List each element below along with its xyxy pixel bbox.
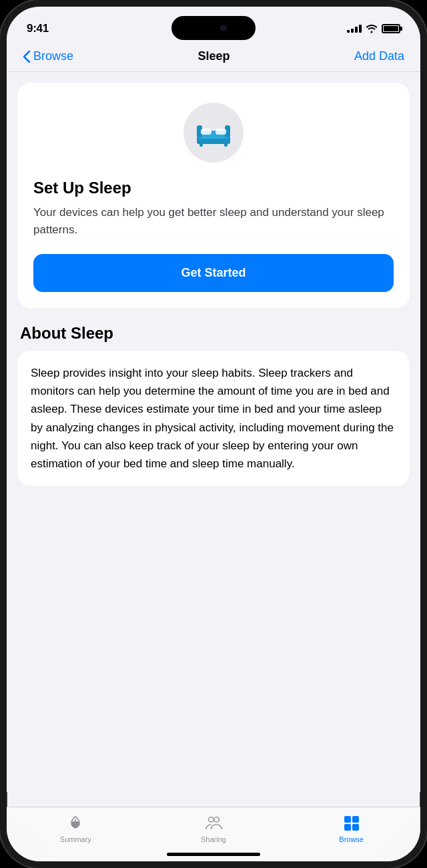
- home-indicator: [167, 853, 260, 856]
- sleep-icon-container: [183, 103, 244, 163]
- bed-icon: [194, 117, 233, 148]
- svg-point-9: [214, 817, 219, 822]
- about-body: Sleep provides insight into your sleep h…: [31, 364, 396, 473]
- svg-rect-12: [344, 824, 351, 831]
- tab-sharing[interactable]: Sharing: [187, 814, 240, 843]
- svg-rect-10: [344, 816, 351, 823]
- battery-icon: [382, 24, 400, 33]
- main-content: Set Up Sleep Your devices can help you g…: [7, 72, 420, 792]
- svg-rect-5: [216, 129, 226, 135]
- tab-summary[interactable]: Summary: [49, 814, 102, 843]
- svg-rect-13: [352, 824, 359, 831]
- setup-card: Set Up Sleep Your devices can help you g…: [17, 83, 410, 308]
- signal-icon: [347, 25, 362, 33]
- about-title: About Sleep: [17, 324, 410, 343]
- sharing-label: Sharing: [201, 835, 226, 843]
- status-icons: [347, 24, 400, 33]
- back-button[interactable]: Browse: [23, 49, 73, 63]
- dynamic-island-camera: [220, 25, 227, 31]
- summary-label: Summary: [60, 835, 91, 843]
- page-title: Sleep: [197, 49, 230, 63]
- sharing-icon: [204, 814, 223, 833]
- summary-icon: [66, 814, 85, 833]
- about-section: About Sleep Sleep provides insight into …: [17, 324, 410, 486]
- tab-browse[interactable]: Browse: [325, 814, 378, 843]
- navigation-bar: Browse Sleep Add Data: [7, 44, 420, 72]
- back-label: Browse: [33, 49, 73, 63]
- svg-rect-6: [199, 143, 203, 147]
- setup-title: Set Up Sleep: [33, 179, 131, 197]
- browse-label: Browse: [339, 835, 364, 843]
- phone-frame: 9:41 Browse: [0, 0, 427, 868]
- svg-rect-11: [352, 816, 359, 823]
- wifi-icon: [366, 24, 378, 33]
- svg-point-8: [209, 817, 214, 822]
- chevron-left-icon: [23, 50, 31, 63]
- add-data-button[interactable]: Add Data: [354, 49, 404, 63]
- status-time: 9:41: [27, 22, 49, 35]
- setup-description: Your devices can help you get better sle…: [33, 204, 394, 238]
- svg-rect-7: [224, 143, 228, 147]
- svg-rect-4: [201, 129, 211, 135]
- get-started-button[interactable]: Get Started: [33, 254, 394, 292]
- about-card: Sleep provides insight into your sleep h…: [17, 351, 410, 486]
- dynamic-island: [171, 16, 256, 40]
- browse-icon: [342, 814, 361, 833]
